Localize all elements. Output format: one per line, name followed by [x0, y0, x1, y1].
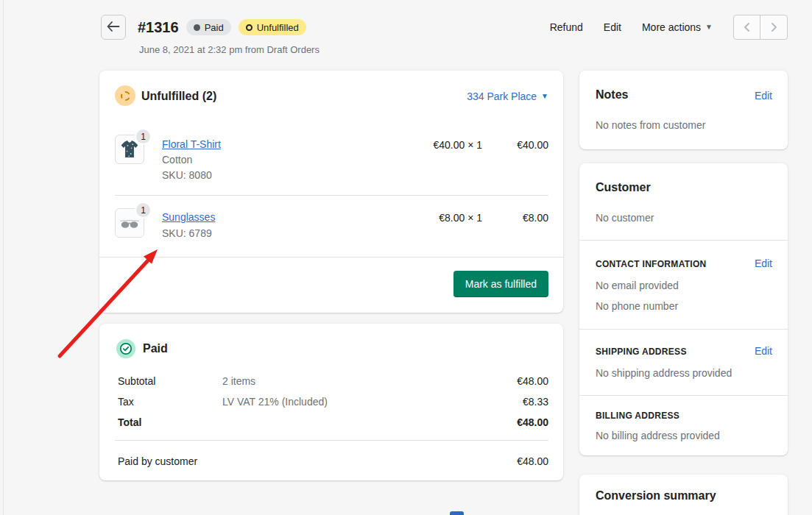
- line-total: €8.00: [523, 212, 548, 224]
- customer-title: Customer: [596, 181, 651, 194]
- tax-label: Tax: [118, 396, 134, 408]
- subtotal-label: Subtotal: [118, 375, 155, 387]
- quantity-badge: 1: [136, 203, 150, 217]
- previous-order-button[interactable]: [734, 15, 760, 39]
- order-date: June 8, 2021 at 2:32 pm from Draft Order…: [139, 44, 319, 55]
- fulfillment-location-link[interactable]: 334 Park Place ▼: [467, 90, 548, 102]
- customer-section-divider: [579, 240, 788, 241]
- payment-status-label: Paid: [205, 22, 224, 33]
- shipping-empty-text: No shipping address provided: [596, 367, 732, 379]
- product-thumbnail-floral-tshirt: 1: [115, 135, 144, 164]
- paid-by-customer-amount: €48.00: [517, 455, 548, 467]
- left-divider: [3, 0, 4, 515]
- back-button[interactable]: [101, 15, 126, 40]
- page-title: #1316: [138, 19, 179, 36]
- notes-card: Notes Edit No notes from customer: [579, 71, 788, 149]
- timeline-avatar-peek: [450, 511, 464, 515]
- contact-phone-text: No phone number: [596, 300, 678, 312]
- payment-card: Paid Subtotal 2 items €48.00 Tax LV VAT …: [99, 324, 563, 480]
- paid-by-customer-label: Paid by customer: [118, 455, 197, 467]
- contact-information-heading: CONTACT INFORMATION: [596, 259, 707, 269]
- paid-dot-icon: [194, 24, 200, 31]
- location-chevron-down-icon: ▼: [541, 93, 548, 100]
- edit-contact-link[interactable]: Edit: [755, 258, 772, 269]
- edit-notes-link[interactable]: Edit: [755, 90, 772, 102]
- location-label: 334 Park Place: [467, 90, 537, 102]
- fulfillment-status-badge: Unfulfilled: [239, 19, 306, 35]
- total-label: Total: [118, 416, 141, 428]
- tax-amount: €8.33: [523, 396, 548, 408]
- notes-title: Notes: [596, 88, 628, 102]
- chevron-right-icon: [771, 23, 777, 32]
- paid-check-icon: [116, 339, 135, 358]
- product-link-sunglasses[interactable]: Sunglasses: [162, 211, 215, 223]
- payment-status-badge: Paid: [186, 19, 231, 35]
- customer-card: Customer No customer CONTACT INFORMATION…: [579, 163, 788, 455]
- customer-empty-text: No customer: [596, 212, 654, 224]
- customer-section-divider: [579, 395, 788, 396]
- notes-empty-text: No notes from customer: [596, 119, 705, 131]
- unfulfilled-ring-icon: [246, 24, 253, 31]
- next-order-button[interactable]: [760, 15, 787, 39]
- item-divider: [115, 195, 548, 196]
- fulfillment-status-label: Unfulfilled: [257, 22, 299, 33]
- product-link-floral-tshirt[interactable]: Floral T-Shirt: [162, 138, 221, 150]
- tax-detail: LV VAT 21% (Included): [222, 396, 328, 408]
- quantity-badge: 1: [136, 129, 150, 143]
- shipping-address-heading: SHIPPING ADDRESS: [596, 347, 687, 357]
- unit-price: €40.00 × 1: [433, 139, 482, 151]
- subtotal-detail: 2 items: [222, 375, 255, 387]
- order-title-row: #1316 Paid Unfulfilled: [138, 18, 306, 37]
- header-actions: Refund Edit More actions ▼: [541, 14, 788, 40]
- edit-order-button[interactable]: Edit: [604, 21, 621, 33]
- refund-button[interactable]: Refund: [550, 21, 583, 33]
- subtotal-amount: €48.00: [517, 375, 548, 387]
- more-actions-button[interactable]: More actions ▼: [642, 21, 713, 33]
- line-total: €40.00: [517, 139, 548, 151]
- unfulfilled-badge-icon: [115, 85, 135, 106]
- unfulfilled-card-title: Unfulfilled (2): [141, 90, 216, 103]
- product-variant: Cotton: [162, 154, 192, 166]
- conversion-summary-title: Conversion summary: [596, 489, 716, 502]
- payment-card-title: Paid: [143, 342, 168, 355]
- more-actions-label: More actions: [642, 21, 701, 33]
- conversion-summary-card: Conversion summary: [579, 475, 788, 515]
- billing-address-heading: BILLING ADDRESS: [596, 411, 679, 421]
- chevron-down-icon: ▼: [705, 24, 713, 31]
- edit-shipping-link[interactable]: Edit: [755, 345, 772, 357]
- payment-divider: [115, 440, 548, 441]
- order-pagination: [733, 15, 788, 40]
- customer-section-divider: [579, 329, 788, 330]
- contact-email-text: No email provided: [596, 280, 679, 291]
- card-footer-divider: [99, 257, 563, 258]
- back-arrow-icon: [107, 21, 120, 34]
- product-sku: SKU: 8080: [162, 169, 212, 181]
- unfulfilled-card: Unfulfilled (2) 334 Park Place ▼ 1 Flora…: [99, 71, 563, 313]
- total-amount: €48.00: [517, 416, 548, 428]
- mark-as-fulfilled-button[interactable]: Mark as fulfilled: [453, 271, 548, 297]
- chevron-left-icon: [744, 23, 750, 32]
- unit-price: €8.00 × 1: [439, 212, 482, 224]
- order-detail-page: #1316 Paid Unfulfilled June 8, 2021 at 2…: [0, 0, 812, 515]
- billing-empty-text: No billing address provided: [596, 430, 720, 441]
- product-thumbnail-sunglasses: 1: [115, 208, 144, 238]
- product-sku: SKU: 6789: [162, 227, 212, 239]
